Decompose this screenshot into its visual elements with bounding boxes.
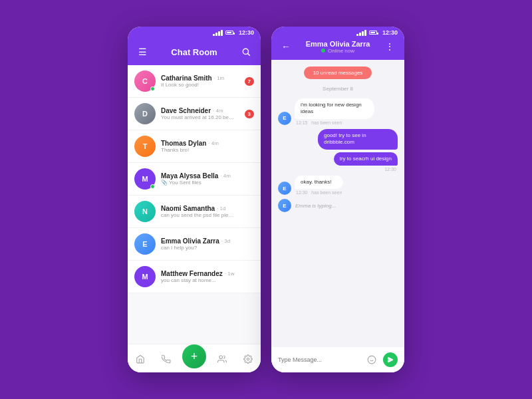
more-options-button[interactable]: ⋮	[382, 39, 398, 55]
chat-name: Emma Olivia Zarra	[161, 237, 219, 245]
typing-indicator-row: E Emma is typing...	[278, 199, 398, 212]
signal-icon	[213, 30, 223, 36]
chat-info: Matthew Fernandez · 1w you can stay at h…	[161, 270, 254, 283]
avatar: T	[134, 136, 156, 157]
online-dot	[150, 86, 155, 91]
status-time-left: 12:30	[239, 29, 254, 36]
message-row-2: good! try to see in dribbble.com try to …	[278, 129, 398, 172]
back-button[interactable]: ←	[278, 39, 294, 55]
message-row-1: E i'm looking for new design ideas 12:15…	[278, 98, 398, 125]
message-bubble-1: i'm looking for new design ideas	[295, 98, 374, 119]
svg-point-0	[243, 49, 248, 54]
chat-list: C Catharina Smith · 1m It Look so good! …	[128, 65, 261, 344]
chat-user-name: Emma Olivia Zarra	[294, 40, 382, 48]
input-bar	[271, 347, 404, 372]
avatar: M	[134, 266, 156, 287]
chat-list-item[interactable]: E Emma Olivia Zarra · 3d can I help you?	[128, 228, 261, 261]
avatar-wrap: E	[134, 233, 156, 255]
chat-list-item[interactable]: N Naomi Samantha · 1d can you send the p…	[128, 196, 261, 228]
chat-name: Maya Alyssa Bella	[161, 172, 218, 180]
date-separator: September 8	[278, 86, 398, 92]
chat-list-item[interactable]: M Maya Alyssa Bella · 4m You Sent files	[128, 163, 261, 196]
nav-home[interactable]	[131, 350, 150, 368]
message-input[interactable]	[278, 356, 360, 363]
message-bubble-3: okay. thanks!	[295, 176, 343, 189]
typing-indicator: Emma is typing...	[295, 203, 336, 209]
chat-preview: Thanks bro!	[161, 147, 234, 153]
chat-info: Catharina Smith · 1m It Look so good!	[161, 74, 239, 88]
signal-icon-right	[356, 30, 366, 36]
sender-avatar-3: E	[278, 182, 291, 195]
header-row: ← Emma Olivia Zarra Online now ⋮	[278, 39, 398, 55]
chat-info: Thomas Dylan · 4m Thanks bro!	[161, 140, 254, 153]
avatar-wrap: D	[134, 103, 156, 124]
message-bubble-2b: try to seacrh ui design	[334, 152, 398, 166]
search-icon[interactable]	[238, 44, 254, 60]
battery-icon	[225, 31, 233, 35]
chat-preview: can I help you?	[161, 245, 234, 251]
message-row-3: E okay. thanks! 12:30 has been seen	[278, 176, 398, 195]
chat-list-item[interactable]: T Thomas Dylan · 4m Thanks bro!	[128, 130, 261, 163]
chat-list-item[interactable]: C Catharina Smith · 1m It Look so good! …	[128, 65, 261, 98]
chat-list-phone: 12:30 ☰ Chat Room C Catharina Smith · 1m…	[128, 27, 261, 372]
user-status-row: Online now	[294, 48, 382, 54]
typing-avatar: E	[278, 199, 291, 212]
chat-list-item[interactable]: D Dave Schneider · 4m You must arrived a…	[128, 98, 261, 130]
chat-detail-phone: 12:30 ← Emma Olivia Zarra Online now ⋮ 1…	[271, 27, 404, 372]
chat-name-row: Dave Schneider · 4m	[161, 107, 239, 114]
nav-contacts[interactable]	[213, 350, 231, 368]
chat-name: Matthew Fernandez	[161, 270, 223, 277]
nav-add[interactable]: +	[182, 344, 206, 368]
status-time-right: 12:30	[382, 29, 398, 36]
chat-name-row: Naomi Samantha · 1d	[161, 205, 254, 212]
nav-phone[interactable]	[157, 350, 176, 368]
chat-detail-header: ← Emma Olivia Zarra Online now ⋮	[271, 39, 404, 60]
chat-preview: You must arrived at 16.20 before sunset	[161, 114, 234, 120]
chat-time: · 4m	[208, 140, 219, 146]
chat-info: Maya Alyssa Bella · 4m You Sent files	[161, 172, 254, 186]
avatar-wrap: M	[134, 168, 156, 190]
chat-name-row: Maya Alyssa Bella · 4m	[161, 172, 254, 180]
sender-avatar-1: E	[278, 112, 291, 125]
chat-preview: It Look so good!	[161, 82, 234, 88]
emoji-button[interactable]	[364, 352, 379, 367]
online-indicator	[321, 49, 325, 53]
message-meta-3: 12:30 has been seen	[295, 190, 343, 195]
chat-preview: You Sent files	[161, 180, 234, 186]
avatar: E	[134, 233, 156, 255]
status-bar-right: 12:30	[271, 27, 404, 39]
status-label: Online now	[328, 48, 354, 54]
svg-line-1	[248, 54, 250, 56]
svg-point-3	[247, 358, 249, 360]
chat-name-row: Matthew Fernandez · 1w	[161, 270, 254, 277]
chat-preview: you can stay at home...	[161, 277, 234, 283]
menu-icon[interactable]: ☰	[134, 44, 150, 60]
bubble-wrap-1: i'm looking for new design ideas 12:15 h…	[295, 98, 374, 125]
svg-point-2	[219, 356, 223, 359]
status-bar-left: 12:30	[128, 27, 261, 39]
chat-time: · 4m	[220, 173, 231, 179]
bubble-wrap-2: good! try to see in dribbble.com try to …	[318, 129, 398, 172]
chat-time: · 1w	[225, 271, 235, 277]
svg-point-4	[368, 356, 376, 364]
page-title: Chat Room	[150, 47, 238, 57]
unread-badge: 3	[245, 110, 254, 118]
avatar-wrap: M	[134, 266, 156, 287]
chat-preview: can you send the psd file please?	[161, 212, 234, 218]
avatar-wrap: C	[134, 70, 156, 92]
avatar-wrap: T	[134, 136, 156, 157]
message-meta-1: 12:15 has been seen	[295, 120, 374, 125]
bubble-wrap-3: okay. thanks! 12:30 has been seen	[295, 176, 343, 195]
online-dot	[150, 184, 155, 189]
chat-name-row: Emma Olivia Zarra · 3d	[161, 237, 254, 245]
battery-icon-right	[369, 31, 377, 35]
message-bubble-2a: good! try to see in dribbble.com	[318, 129, 398, 150]
send-button[interactable]	[383, 352, 398, 367]
chat-name: Dave Schneider	[161, 107, 211, 114]
nav-settings[interactable]	[239, 350, 257, 368]
avatar: D	[134, 103, 156, 124]
messages-area: 10 unread messages September 8 E i'm loo…	[271, 60, 404, 347]
avatar: N	[134, 201, 156, 222]
unread-badge: 7	[245, 77, 254, 86]
chat-list-item[interactable]: M Matthew Fernandez · 1w you can stay at…	[128, 261, 261, 293]
